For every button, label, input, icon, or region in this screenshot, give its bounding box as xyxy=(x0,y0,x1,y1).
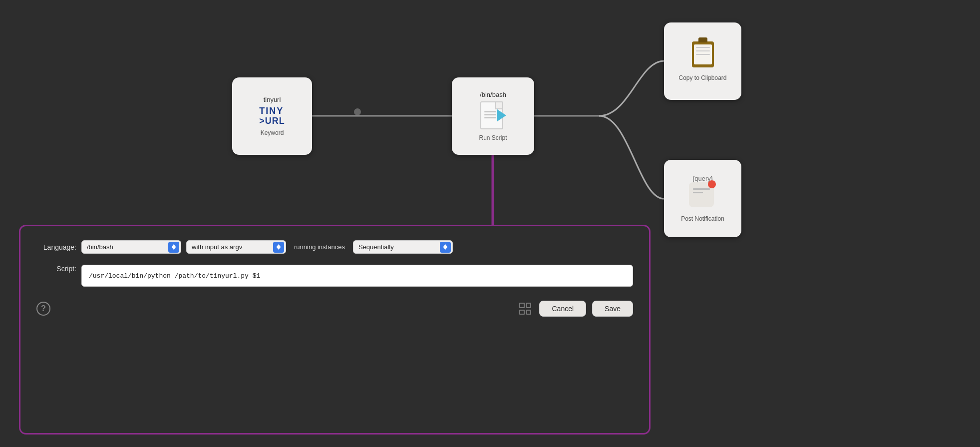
tinyurl-node-title: tinyurl xyxy=(264,96,281,103)
notif-bg xyxy=(689,182,714,207)
clipboard-clip xyxy=(698,37,707,42)
input-mode-select-wrapper: with input as argv xyxy=(186,240,286,254)
input-mode-select[interactable]: with input as argv xyxy=(186,240,286,254)
language-select-wrapper: /bin/bash xyxy=(81,240,181,254)
tinyurl-node-label: Keyword xyxy=(261,129,284,136)
tinyurl-node[interactable]: tinyurl TINY >URL Keyword xyxy=(232,77,312,155)
action-buttons: Cancel Save xyxy=(517,301,633,317)
language-label: Language: xyxy=(36,243,76,251)
clipboard-icon xyxy=(690,41,716,71)
runscript-node-label: Run Script xyxy=(479,134,507,141)
script-row: Script: xyxy=(36,265,633,287)
tinyurl-tiny-text: TINY xyxy=(259,106,284,116)
runscript-node-title: /bin/bash xyxy=(480,91,506,98)
grid-cell-1 xyxy=(519,303,525,308)
grid-cell-4 xyxy=(526,310,532,315)
runscript-node[interactable]: /bin/bash Run Script xyxy=(452,77,534,155)
clipboard-node[interactable]: Copy to Clipboard xyxy=(664,22,741,100)
running-select[interactable]: Sequentially xyxy=(353,240,453,254)
doc-line-1 xyxy=(484,111,496,112)
grid-icon xyxy=(517,301,533,317)
notif-badge xyxy=(708,180,716,188)
notification-node[interactable]: {query} Post Notification xyxy=(664,160,741,237)
grid-cell-2 xyxy=(526,303,532,308)
doc-line-3 xyxy=(484,117,496,118)
script-input[interactable] xyxy=(81,265,633,287)
play-triangle-icon xyxy=(497,109,506,121)
running-select-wrapper: Sequentially xyxy=(353,240,453,254)
clipboard-paper-line-3 xyxy=(696,54,710,55)
language-row: Language: /bin/bash with input as argv xyxy=(36,240,633,254)
script-label: Script: xyxy=(36,265,76,273)
canvas: tinyurl TINY >URL Keyword /bin/bash Run … xyxy=(0,0,980,447)
grid-cell-3 xyxy=(519,310,525,315)
cancel-button[interactable]: Cancel xyxy=(539,301,586,317)
doc-icon xyxy=(480,101,503,129)
clipboard-paper-line-2 xyxy=(696,50,710,51)
save-button[interactable]: Save xyxy=(592,301,633,317)
notif-line-2 xyxy=(693,192,703,193)
language-select[interactable]: /bin/bash xyxy=(81,240,181,254)
notif-line-1 xyxy=(693,188,710,190)
clipboard-node-label: Copy to Clipboard xyxy=(678,74,726,81)
running-instances-label: running instances xyxy=(294,243,345,251)
run-script-icon xyxy=(480,101,506,131)
script-panel: Language: /bin/bash with input as argv xyxy=(19,225,651,435)
doc-line-2 xyxy=(484,114,496,115)
help-button[interactable]: ? xyxy=(36,302,50,316)
clipboard-paper xyxy=(694,44,712,64)
notification-node-label: Post Notification xyxy=(681,215,724,222)
clipboard-paper-line-1 xyxy=(696,47,710,48)
notification-icon xyxy=(689,182,716,212)
doc-lines xyxy=(484,111,496,120)
tinyurl-logo: TINY >URL xyxy=(259,106,285,126)
bottom-row: ? Cancel Save xyxy=(36,301,633,317)
clipboard-board xyxy=(692,41,714,67)
tinyurl-url-text: >URL xyxy=(259,116,285,126)
notif-lines xyxy=(693,188,710,195)
connection-dot xyxy=(354,108,361,115)
